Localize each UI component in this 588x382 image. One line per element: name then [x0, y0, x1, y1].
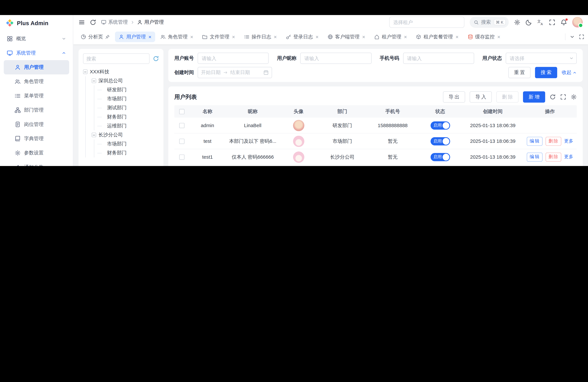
language-icon[interactable] — [537, 19, 544, 25]
tab-role-management[interactable]: 角色管理 — [157, 32, 197, 42]
row-checkbox[interactable] — [179, 123, 184, 128]
notifications-button[interactable] — [561, 19, 567, 25]
tab-label: 角色管理 — [168, 34, 188, 40]
select-all-checkbox[interactable] — [179, 109, 184, 114]
close-icon[interactable] — [404, 34, 407, 39]
close-icon[interactable] — [362, 34, 365, 39]
sidebar-item-role-management[interactable]: 角色管理 — [4, 74, 69, 88]
app-logo[interactable]: Plus Admin — [0, 15, 73, 31]
breadcrumb-item-current[interactable]: 用户管理 — [137, 19, 164, 25]
tab-operation-log[interactable]: 操作日志 — [240, 32, 281, 42]
dark-mode-icon[interactable] — [525, 19, 532, 25]
tree-children: 研发部门 市场部门 测试部门 财务部门 运维部门 — [94, 85, 159, 130]
tab-cache-monitor[interactable]: 缓存监控 — [464, 32, 504, 42]
collapse-toggle-icon[interactable] — [83, 70, 87, 74]
row-checkbox[interactable] — [179, 154, 184, 159]
pin-icon[interactable] — [105, 35, 110, 39]
nickname-input[interactable] — [300, 53, 371, 64]
global-search[interactable]: 搜索 ⌘ K — [469, 17, 509, 28]
status-select[interactable] — [506, 53, 577, 64]
edit-button[interactable]: 编辑 — [526, 137, 543, 146]
sidebar-item-dict-management[interactable]: 字典管理 — [4, 131, 69, 146]
row-checkbox[interactable] — [179, 139, 184, 144]
delete-row-button[interactable]: 删除 — [545, 152, 561, 161]
tab-tenant-management[interactable]: 租户管理 — [370, 32, 411, 42]
add-button[interactable]: 新增 — [523, 91, 545, 103]
sidebar-item-dept-management[interactable]: 部门管理 — [4, 103, 69, 117]
sidebar-item-post-management[interactable]: 岗位管理 — [4, 117, 69, 131]
tree-node[interactable]: XXX科技 — [83, 67, 159, 76]
sidebar-item-user-management[interactable]: 用户管理 — [4, 60, 69, 74]
cell-nickname: 本部门及以下 密码6... — [226, 138, 280, 145]
table-fullscreen-icon[interactable] — [560, 94, 566, 100]
tree-node[interactable]: 财务部门 — [100, 149, 159, 157]
settings-icon[interactable] — [514, 19, 520, 25]
close-icon[interactable] — [497, 34, 500, 39]
more-button[interactable]: 更多 — [564, 154, 573, 160]
status-toggle[interactable]: 启用 — [430, 121, 450, 129]
sidebar-item-param-settings[interactable]: 参数设置 — [4, 146, 69, 160]
collapse-toggle-icon[interactable] — [92, 79, 96, 83]
collapse-filters-link[interactable]: 收起 — [562, 69, 577, 76]
breadcrumb-item[interactable]: 系统管理 — [101, 19, 128, 25]
tab-user-management[interactable]: 用户管理 — [115, 32, 155, 42]
date-range-picker[interactable]: 开始日期 结束日期 — [198, 67, 272, 78]
sidebar-item-system-management[interactable]: 系统管理 — [4, 46, 69, 60]
sidebar-item-overview[interactable]: 概览 — [4, 32, 69, 46]
search-button[interactable]: 搜索 — [535, 67, 557, 78]
tree-node[interactable]: 长沙分公司 — [92, 130, 159, 139]
close-icon[interactable] — [148, 34, 152, 39]
more-button[interactable]: 更多 — [564, 138, 573, 144]
page-refresh-icon[interactable] — [90, 19, 96, 25]
tree-node[interactable]: 测试部门 — [100, 104, 159, 112]
collapse-toggle-icon[interactable] — [92, 133, 96, 137]
edit-button[interactable]: 编辑 — [526, 152, 543, 161]
arrow-right-icon — [223, 70, 228, 75]
close-icon[interactable] — [456, 34, 459, 39]
tree-search-input[interactable] — [83, 53, 149, 64]
sidebar-item-label: 角色管理 — [24, 78, 44, 85]
tree-node[interactable]: 研发部门 — [100, 85, 159, 94]
tree-node-label: 市场部门 — [107, 95, 127, 102]
tree-node[interactable]: 财务部门 — [100, 112, 159, 121]
tab-analysis[interactable]: 分析页 — [77, 32, 113, 42]
account-input[interactable] — [198, 53, 269, 64]
tree-node[interactable]: 市场部门 — [100, 94, 159, 103]
delete-button[interactable]: 删除 — [496, 91, 519, 103]
status-label: 启用 — [434, 154, 442, 160]
tree-node[interactable]: 市场部门 — [100, 139, 159, 148]
sidebar-item-menu-management[interactable]: 菜单管理 — [4, 89, 69, 103]
menu-toggle-icon[interactable] — [79, 19, 85, 25]
phone-input[interactable] — [403, 53, 474, 64]
close-icon[interactable] — [274, 34, 277, 39]
tab-tenant-package[interactable]: 租户套餐管理 — [412, 32, 462, 42]
tenant-select[interactable] — [389, 17, 464, 28]
tab-login-log[interactable]: 登录日志 — [282, 32, 322, 42]
tabs-dropdown-icon[interactable] — [569, 34, 575, 39]
table-settings-icon[interactable] — [571, 94, 577, 100]
sidebar: Plus Admin 概览 系统管理 用户管理 角色管理 菜单管理 部门管理 岗… — [0, 15, 73, 166]
delete-row-button[interactable]: 删除 — [545, 137, 561, 146]
close-icon[interactable] — [232, 34, 235, 39]
chevron-down-icon — [569, 56, 574, 61]
tab-file-management[interactable]: 文件管理 — [198, 32, 239, 42]
status-toggle[interactable]: 启用 — [430, 137, 450, 145]
close-icon[interactable] — [190, 34, 193, 39]
tab-client-management[interactable]: 客户端管理 — [324, 32, 369, 42]
tabs-fullscreen-icon[interactable] — [579, 34, 584, 39]
tree-refresh-icon[interactable] — [153, 56, 159, 62]
tree-node[interactable]: 运维部门 — [100, 121, 159, 130]
reset-button[interactable]: 重置 — [508, 67, 530, 78]
import-button[interactable]: 导入 — [470, 91, 492, 103]
tab-label: 操作日志 — [252, 34, 271, 40]
status-toggle[interactable]: 启用 — [430, 153, 450, 161]
close-icon[interactable] — [315, 34, 319, 39]
sidebar-item-notice[interactable]: 通知公告 — [4, 160, 69, 166]
field-account: 用户账号 — [174, 53, 277, 64]
table-row: test 本部门及以下 密码6... 市场部门 暂无 启用 2025-01-13… — [174, 133, 577, 149]
tree-node[interactable]: 深圳总公司 — [92, 76, 159, 85]
table-refresh-icon[interactable] — [550, 94, 556, 100]
user-avatar[interactable] — [572, 17, 583, 27]
fullscreen-icon[interactable] — [549, 19, 555, 25]
export-button[interactable]: 导出 — [443, 91, 465, 103]
